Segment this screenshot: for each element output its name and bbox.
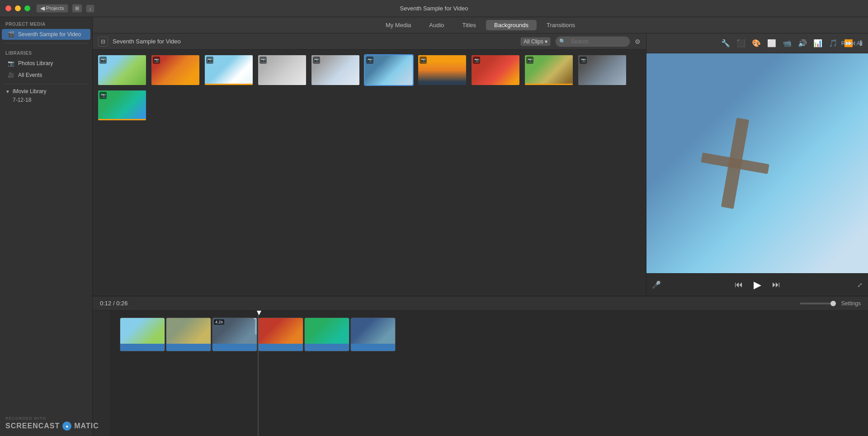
sidebar: PROJECT MEDIA 🎬 Seventh Sample for Video… xyxy=(0,17,93,436)
sidebar-item-date-folder[interactable]: 7-12-18 xyxy=(0,96,92,104)
tab-bar: My Media Audio Titles Backgrounds Transi… xyxy=(93,17,868,33)
camera-icon-9: 📷 xyxy=(526,57,533,64)
projects-back-button[interactable]: ◀ ◀ Projects xyxy=(36,4,68,13)
sidebar-item-photos-library[interactable]: 📷 Photos Library xyxy=(2,58,90,69)
play-button[interactable]: ▶ xyxy=(754,279,761,291)
fullscreen-icon[interactable]: ⤢ xyxy=(857,281,863,289)
microphone-icon[interactable]: 🎤 xyxy=(652,280,661,289)
all-events-label: All Events xyxy=(18,72,42,78)
timeline-header: 0:12 / 0:26 Settings xyxy=(93,296,868,311)
stabilize-icon[interactable]: 📹 xyxy=(781,38,793,49)
timeline-clip-4[interactable] xyxy=(258,318,303,351)
thumbnail-4[interactable]: 📷 xyxy=(257,54,307,86)
thumbnail-1[interactable]: 📷 xyxy=(97,54,147,86)
tab-backgrounds[interactable]: Backgrounds xyxy=(486,20,537,30)
crop-icon[interactable]: ⬜ xyxy=(766,38,778,49)
timeline-settings-button[interactable]: Settings xyxy=(841,300,861,307)
tab-audio[interactable]: Audio xyxy=(421,20,452,30)
clip-label-1 xyxy=(120,344,165,351)
camera-icon-8: 📷 xyxy=(473,57,480,64)
timeline-clips-row: 4.2s 04:07 ↔ xyxy=(111,315,868,354)
project-media-header: PROJECT MEDIA xyxy=(0,17,92,28)
brand-name-part2: MATIC xyxy=(93,422,99,430)
timeline-clip-1[interactable] xyxy=(120,318,165,351)
thumbnail-3[interactable]: 📷 xyxy=(204,54,254,86)
clip-label-5 xyxy=(305,344,349,351)
thumbnail-7[interactable]: 📷 xyxy=(417,54,467,86)
timeline-clip-6[interactable] xyxy=(350,318,396,351)
clip-duration-3: 4.2s xyxy=(214,319,224,325)
download-button[interactable]: ↓ xyxy=(86,5,95,13)
trim-cursor-icon: ↔ xyxy=(255,318,257,335)
clip-label-6 xyxy=(351,344,395,351)
preview-video xyxy=(646,53,868,273)
titlebar-left: ◀ ◀ Projects ⊞ ↓ xyxy=(36,4,94,13)
timeline-clip-2[interactable] xyxy=(166,318,211,351)
thumbnail-8[interactable]: 📷 xyxy=(471,54,520,86)
rewind-icon[interactable]: ⏮ xyxy=(735,280,743,289)
camera-icon-5: 📷 xyxy=(313,57,320,64)
clip-label-2 xyxy=(166,344,211,351)
sidebar-item-all-events[interactable]: 🎥 All Events xyxy=(2,70,90,81)
grid-view-button[interactable]: ⊞ xyxy=(72,4,82,13)
sidebar-item-imovie-library[interactable]: ▼ iMovie Library xyxy=(0,87,92,96)
camera-icon-4: 📷 xyxy=(259,57,267,64)
camera-icon-1: 📷 xyxy=(99,57,107,64)
timeline-clip-5[interactable] xyxy=(304,318,349,351)
fast-forward-icon[interactable]: ⏭ xyxy=(772,280,780,289)
color-correct-icon[interactable]: ⬛ xyxy=(735,38,747,49)
reset-all-button[interactable]: Reset All xyxy=(841,40,863,47)
window-title: Seventh Sample for Video xyxy=(400,5,468,12)
sidebar-toggle-button[interactable]: ⊟ xyxy=(98,37,108,47)
watermark: RECORDED WITH SCREENCAST ● MATIC xyxy=(93,416,99,431)
slider-knob[interactable] xyxy=(830,301,836,306)
photos-library-icon: 📷 xyxy=(7,60,14,67)
sidebar-divider-1 xyxy=(4,43,89,43)
filter-select[interactable]: All Clips ▾ xyxy=(520,37,551,46)
close-button[interactable] xyxy=(5,5,11,11)
search-icon: 🔍 xyxy=(559,38,566,44)
volume-icon[interactable]: 🔊 xyxy=(797,38,808,49)
tab-my-media[interactable]: My Media xyxy=(377,20,419,30)
sidebar-item-project[interactable]: 🎬 Seventh Sample for Video xyxy=(2,29,90,40)
preview-toolbar: 🔧 ⬛ 🎨 ⬜ 📹 🔊 📊 🎵 ⏩ ℹ Reset All xyxy=(646,33,868,53)
library-settings-icon[interactable]: ⚙ xyxy=(635,38,641,45)
thumbnail-5[interactable]: 📷 xyxy=(311,54,360,86)
time-display: 0:12 / 0:26 xyxy=(100,300,127,307)
timeline-tracks[interactable]: 4.2s 04:07 ↔ xyxy=(111,311,868,436)
thumbnails-grid: 📷 📷 📷 📷 xyxy=(93,50,646,296)
tree-arrow-icon: ▼ xyxy=(5,89,10,94)
equalizer-icon[interactable]: 📊 xyxy=(812,38,824,49)
imovie-library-label: iMovie Library xyxy=(13,88,47,95)
wrench-icon[interactable]: 🔧 xyxy=(720,38,731,49)
tab-titles[interactable]: Titles xyxy=(454,20,485,30)
thumbnail-11[interactable]: 📷 xyxy=(97,90,147,121)
playhead-arrow xyxy=(257,311,261,315)
tab-transitions[interactable]: Transitions xyxy=(538,20,583,30)
clip-label-4 xyxy=(259,344,303,351)
slider-track xyxy=(800,303,836,304)
middle-row: ⊟ Seventh Sample for Video All Clips ▾ 🔍… xyxy=(93,33,868,296)
camera-icon-6: 📷 xyxy=(366,57,373,64)
thumbnail-2[interactable]: 📷 xyxy=(151,54,200,86)
thumbnail-6[interactable]: 📷 xyxy=(364,54,414,86)
thumbnail-9[interactable]: 📷 xyxy=(524,54,574,86)
window-controls xyxy=(5,5,30,11)
minimize-button[interactable] xyxy=(15,5,21,11)
clip-label-3 xyxy=(212,344,257,351)
timeline-clip-3[interactable]: 4.2s 04:07 ↔ xyxy=(212,318,257,351)
maximize-button[interactable] xyxy=(24,5,30,11)
noise-reduction-icon[interactable]: 🎵 xyxy=(827,38,839,49)
content-area: My Media Audio Titles Backgrounds Transi… xyxy=(93,17,868,436)
camera-icon-7: 📷 xyxy=(420,57,427,64)
library-toolbar: ⊟ Seventh Sample for Video All Clips ▾ 🔍… xyxy=(93,33,646,50)
preview-controls: 🎤 ⏮ ▶ ⏭ ⤢ xyxy=(646,273,868,296)
color-board-icon[interactable]: 🎨 xyxy=(750,38,762,49)
search-input[interactable] xyxy=(567,38,626,46)
camera-icon-2: 📷 xyxy=(153,57,160,64)
photos-library-label: Photos Library xyxy=(18,60,53,66)
thumbnail-10[interactable]: 📷 xyxy=(577,54,627,86)
titlebar: ◀ ◀ Projects ⊞ ↓ Seventh Sample for Vide… xyxy=(0,0,868,17)
volume-slider[interactable] xyxy=(800,303,836,304)
project-item-label: Seventh Sample for Video xyxy=(18,31,81,38)
